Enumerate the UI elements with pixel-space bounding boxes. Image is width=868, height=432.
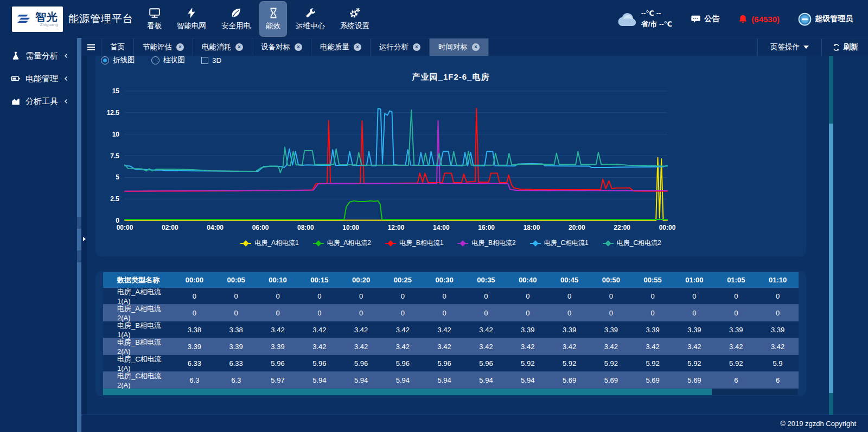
alarm-count: (64530)	[751, 15, 780, 24]
table-cell: 5.69	[632, 376, 674, 384]
app-title: 能源管理平台	[68, 12, 133, 26]
svg-text:0: 0	[116, 217, 119, 224]
menu-toggle-button[interactable]	[81, 38, 101, 56]
table-row: 电房_B相电流2(A)3.393.393.393.423.423.423.423…	[103, 338, 799, 355]
table-cell: 3.39	[507, 326, 548, 334]
refresh-icon	[832, 43, 840, 51]
logo: 智光 Zhiguang	[12, 7, 63, 32]
notice-button[interactable]: 公告	[691, 14, 719, 24]
nav-item-label: 运维中心	[296, 21, 325, 31]
column-header: 00:55	[632, 276, 674, 284]
svg-text:16:00: 16:00	[478, 224, 495, 231]
nav-item-wrench[interactable]: 运维中心	[290, 2, 331, 36]
table-cell: 5.94	[465, 376, 507, 384]
refresh-button[interactable]: 刷新	[821, 38, 868, 56]
checkbox-3d[interactable]: 3D	[201, 56, 221, 65]
alarm-button[interactable]: (64530)	[738, 14, 780, 24]
table-cell: 5.96	[382, 359, 424, 367]
chevleft-icon	[63, 98, 69, 105]
table-cell: 5.96	[465, 359, 507, 367]
logo-brand: 智光	[35, 11, 58, 22]
bell-icon	[738, 14, 748, 24]
table-cell: 5.9	[757, 359, 799, 367]
tab-operations-button[interactable]: 页签操作	[757, 38, 821, 56]
tab-close-icon[interactable]: ×	[354, 43, 361, 51]
chevleft-icon	[63, 75, 69, 82]
tab-4[interactable]: 电能质量×	[311, 38, 371, 56]
legend-item-4[interactable]: 电房_C相电流1	[530, 238, 589, 248]
svg-text:06:00: 06:00	[252, 224, 269, 231]
areachart-icon	[11, 96, 21, 106]
radio-line-chart[interactable]: 折线图	[101, 56, 135, 65]
legend-marker-icon	[457, 241, 468, 246]
content-vscroll-thumb[interactable]	[829, 124, 833, 393]
tab-5[interactable]: 运行分析×	[371, 38, 430, 56]
legend-item-0[interactable]: 电房_A相电流1	[240, 238, 298, 248]
nav-item-hourglass[interactable]: 能效	[260, 2, 286, 36]
legend-label: 电房_A相电流2	[327, 238, 371, 248]
sidebar-scrollbar[interactable]	[77, 38, 81, 432]
table-cell: 6	[715, 376, 757, 384]
svg-text:12.5: 12.5	[107, 109, 120, 117]
legend-marker-icon	[313, 241, 324, 246]
sidebar-item-battery[interactable]: 电能管理	[0, 67, 77, 90]
legend-marker-icon	[385, 241, 396, 246]
nav-item-label: 安全用电	[221, 21, 251, 31]
radio-bar-chart[interactable]: 柱状图	[151, 56, 186, 65]
refresh-label: 刷新	[844, 42, 858, 52]
tab-1[interactable]: 节能评估×	[134, 38, 193, 56]
table-cell: 0	[757, 292, 799, 300]
sidebar-item-flask[interactable]: 需量分析	[0, 44, 77, 67]
table-cell: 0	[507, 292, 548, 300]
table-cell: 3.42	[757, 343, 799, 351]
table-cell: 3.42	[424, 326, 465, 334]
tab-close-icon[interactable]: ×	[176, 43, 184, 51]
table-cell: 3.42	[548, 343, 590, 351]
table-cell: 0	[674, 292, 716, 300]
tab-close-icon[interactable]: ×	[472, 43, 480, 51]
table-cell: 3.42	[298, 326, 340, 334]
legend-item-5[interactable]: 电房_C相电流2	[603, 238, 661, 248]
table-hscroll-thumb[interactable]	[103, 389, 712, 395]
table-cell: 3.39	[757, 326, 799, 334]
svg-text:02:00: 02:00	[162, 224, 178, 231]
nav-item-gears[interactable]: 系统设置	[334, 2, 375, 36]
row-name-cell: 电房_A相电流2(A)	[103, 304, 174, 322]
table-cell: 3.42	[674, 343, 716, 351]
column-header: 00:30	[424, 276, 465, 284]
nav-item-leaf[interactable]: 安全用电	[215, 2, 257, 36]
legend-label: 电房_C相电流2	[617, 238, 661, 248]
tab-close-icon[interactable]: ×	[295, 43, 302, 51]
tab-close-icon[interactable]: ×	[235, 43, 243, 51]
tab-6[interactable]: 时间对标×	[430, 38, 489, 56]
legend-label: 电房_C相电流1	[544, 238, 589, 248]
legend-label: 电房_B相电流2	[471, 238, 515, 248]
checkbox-icon	[201, 57, 208, 64]
nav-item-monitor[interactable]: 看板	[141, 2, 168, 36]
nav-item-bolt[interactable]: 智能电网	[171, 2, 212, 36]
legend-item-3[interactable]: 电房_B相电流2	[457, 238, 515, 248]
tab-3[interactable]: 设备对标×	[252, 38, 311, 56]
user-menu[interactable]: 超级管理员	[798, 12, 853, 26]
table-horizontal-scrollbar[interactable]	[103, 389, 797, 395]
tab-close-icon[interactable]: ×	[413, 43, 420, 51]
table-cell: 0	[757, 309, 799, 317]
legend-item-2[interactable]: 电房_B相电流1	[385, 238, 443, 248]
tab-0[interactable]: 首页	[101, 38, 134, 56]
table-cell: 5.92	[674, 359, 716, 367]
svg-text:08:00: 08:00	[297, 224, 314, 231]
table-cell: 3.42	[340, 343, 382, 351]
svg-text:20:00: 20:00	[569, 224, 585, 231]
content-vertical-scrollbar[interactable]	[829, 56, 833, 415]
table-cell: 6	[757, 376, 799, 384]
table-cell: 5.69	[548, 376, 590, 384]
nav-item-label: 系统设置	[340, 21, 369, 31]
table-cell: 0	[174, 309, 215, 317]
sidebar-collapse-handle[interactable]	[81, 232, 87, 246]
tab-2[interactable]: 电能消耗×	[193, 38, 252, 56]
sidebar-item-areachart[interactable]: 分析工具	[0, 90, 77, 113]
table-cell: 0	[632, 309, 674, 317]
table-cell: 5.92	[548, 359, 590, 367]
row-name-cell: 电房_C相电流2(A)	[103, 371, 174, 389]
legend-item-1[interactable]: 电房_A相电流2	[313, 238, 371, 248]
